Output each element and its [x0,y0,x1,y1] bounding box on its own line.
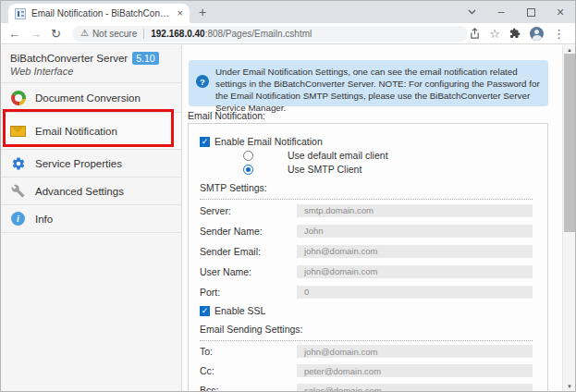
enable-email-notification-label: Enable Email Notification [214,136,323,147]
sender-name-input[interactable] [297,225,533,238]
sidebar-item-info[interactable]: i Info [1,205,181,233]
sending-divider [200,340,533,341]
scrollbar-thumb[interactable] [564,54,575,232]
sender-name-label: Sender Name: [200,226,297,237]
profile-avatar[interactable] [530,27,544,41]
document-conversion-icon [10,90,26,105]
page-scrollbar: ▲ ▼ [562,45,575,391]
sidebar-item-service-properties[interactable]: Service Properties [1,150,181,178]
info-banner-text: Under Email Notification Settings, one c… [215,66,541,114]
use-smtp-client-radio[interactable] [243,165,253,175]
toolbar-right-icons: ☆ ⋮ [470,27,568,41]
browser-toolbar: ← → ↻ ⚠ Not secure 192.168.0.40 :808/Pag… [1,23,575,44]
to-input[interactable] [297,345,533,358]
app-title: BiBatchConverter Server [10,53,128,64]
extensions-icon[interactable] [509,28,521,39]
window-close-button[interactable]: × [545,1,575,23]
minimize-button[interactable]: – [486,1,516,23]
sidebar: BiBatchConverter Server 5.10 Web Interfa… [1,45,182,391]
bcc-input[interactable] [297,384,533,391]
envelope-icon [10,123,26,139]
cc-input[interactable] [297,364,533,377]
maximize-button[interactable] [516,1,545,23]
wrench-icon [10,183,26,199]
refresh-button[interactable]: ↻ [51,28,61,40]
help-icon: ? [196,75,209,88]
new-tab-button[interactable]: + [199,5,206,19]
url-host: 192.168.0.40 [151,29,204,39]
back-button[interactable]: ← [8,28,20,40]
favicon-icon [15,8,26,19]
browser-tab-strip: Email Notification - BiBatchConverter Se… [1,1,575,23]
server-input[interactable] [297,204,533,217]
email-sending-settings-heading: Email Sending Settings: [200,324,533,335]
main-panel: ? Under Email Notification Settings, one… [182,45,575,391]
not-secure-label[interactable]: Not secure [92,29,137,39]
window-controls: – × [457,1,575,23]
browser-menu-icon[interactable]: ⋮ [553,28,565,40]
url-divider [143,29,144,39]
url-path: :808/Pages/Emailn.cshtml [205,29,313,39]
cc-label: Cc: [200,365,297,376]
enable-email-notification-checkbox[interactable]: ✓ [200,137,210,147]
smtp-divider [200,199,533,200]
tab-close-icon[interactable]: × [178,8,183,18]
gear-icon [10,155,26,171]
share-icon[interactable] [470,28,480,39]
bookmark-star-icon[interactable]: ☆ [489,28,500,40]
port-label: Port: [200,287,297,298]
server-label: Server: [200,205,297,216]
use-default-email-client-radio[interactable] [243,151,253,161]
page-content: BiBatchConverter Server 5.10 Web Interfa… [1,45,575,391]
info-icon: i [10,211,26,227]
enable-ssl-checkbox[interactable]: ✓ [200,306,210,316]
enable-ssl-label: Enable SSL [214,305,265,316]
app-subtitle: Web Interface [10,66,174,77]
sidebar-item-document-conversion[interactable]: Document Conversion [1,83,181,113]
user-name-input[interactable] [297,265,533,278]
not-secure-warning-icon: ⚠ [80,29,89,38]
address-bar[interactable]: ⚠ Not secure 192.168.0.40 :808/Pages/Ema… [72,26,468,42]
tab-search-chevron-icon[interactable] [457,1,486,23]
use-smtp-client-label: Use SMTP Client [288,164,362,175]
sidebar-header: BiBatchConverter Server 5.10 Web Interfa… [1,45,181,83]
browser-tab[interactable]: Email Notification - BiBatchConverter Se… [8,4,190,23]
bcc-label: Bcc: [200,385,297,391]
forward-button[interactable]: → [30,28,42,40]
tab-title: Email Notification - BiBatchConverter Se… [31,8,174,18]
sender-email-input[interactable] [297,245,533,258]
smtp-settings-heading: SMTP Settings: [200,182,533,193]
sender-email-label: Sender Email: [200,246,297,257]
to-label: To: [200,346,297,357]
version-badge: 5.10 [132,52,158,65]
email-notification-panel: ✓ Enable Email Notification Use default … [188,123,548,391]
use-default-email-client-label: Use default email client [288,150,388,161]
scrollbar-down-button[interactable]: ▼ [563,382,576,391]
port-input[interactable] [297,286,533,299]
sidebar-item-advanced-settings[interactable]: Advanced Settings [1,178,181,205]
user-name-label: User Name: [200,266,297,277]
info-banner: ? Under Email Notification Settings, one… [189,60,548,106]
browser-window: Email Notification - BiBatchConverter Se… [0,0,576,392]
sidebar-item-email-notification[interactable]: Email Notification [1,113,181,150]
